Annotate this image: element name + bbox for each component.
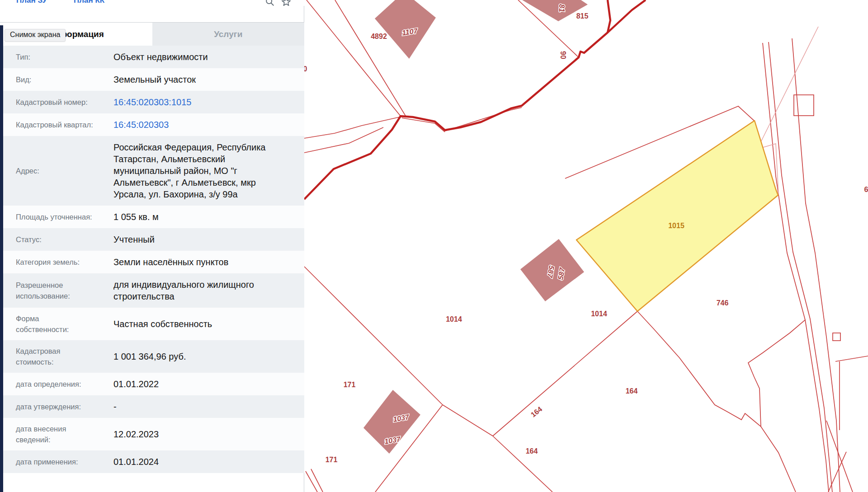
- parcel-label: 815: [576, 12, 589, 20]
- row-value: 12.02.2023: [113, 428, 267, 440]
- info-row: Вид:Земельный участок: [3, 68, 304, 91]
- row-label: Адрес:: [16, 165, 94, 176]
- row-value: Российская Федерация, Республика Татарст…: [113, 141, 267, 200]
- parcel-label: 164: [526, 447, 538, 455]
- parcel-label: 171: [344, 381, 356, 389]
- parcel-label: 81: [558, 4, 566, 12]
- info-row: Статус:Учтенный: [3, 228, 304, 251]
- info-panel: План ЗУ План КК Информация Услуги Тип:Об…: [0, 0, 304, 492]
- row-value: Объект недвижимости: [113, 51, 267, 63]
- row-value: 01.01.2024: [113, 456, 267, 468]
- plan-kk-link[interactable]: План КК: [74, 0, 104, 5]
- parcel-label: 4892: [371, 33, 387, 40]
- info-row: дата применения:01.01.2024: [3, 450, 304, 473]
- screenshot-tooltip: Снимок экрана: [5, 29, 66, 42]
- parcel-label: 746: [717, 299, 729, 307]
- row-value: 1 001 364,96 руб.: [113, 351, 267, 362]
- row-label: Кадастровый номер:: [16, 97, 94, 108]
- info-row: Категория земель:Земли населённых пункто…: [3, 251, 304, 273]
- quarter-boundary: [304, 0, 646, 199]
- row-value-link[interactable]: 16:45:020303:1015: [113, 96, 267, 108]
- row-value: 01.01.2022: [113, 378, 267, 390]
- row-label: Площадь уточненная:: [16, 211, 94, 222]
- info-row: Разрешенное использование:для индивидуал…: [3, 273, 304, 308]
- info-row: Форма собственности:Частная собственност…: [3, 308, 304, 340]
- parcel-label: 171: [326, 456, 338, 464]
- row-value: 1 055 кв. м: [113, 211, 267, 223]
- property-details: Тип:Объект недвижимостиВид:Земельный уча…: [3, 46, 304, 473]
- info-row: дата определения:01.01.2022: [3, 373, 304, 395]
- row-value: Земельный участок: [113, 74, 267, 85]
- parcel-label: 164: [529, 405, 544, 419]
- row-value: Учтенный: [113, 234, 267, 245]
- row-label: дата определения:: [16, 379, 94, 389]
- info-row: дата утверждения:-: [3, 395, 304, 418]
- info-row: Кадастровый номер:16:45:020303:1015: [3, 91, 304, 113]
- info-row: Кадастровая стоимость:1 001 364,96 руб.: [3, 340, 304, 373]
- selected-parcel-label: 1015: [668, 222, 684, 230]
- row-value: для индивидуального жилищного строительс…: [113, 279, 267, 302]
- plan-zu-link[interactable]: План ЗУ: [16, 0, 47, 5]
- row-value-link[interactable]: 16:45:020303: [113, 119, 267, 131]
- parcel-label: 6: [864, 186, 868, 193]
- row-label: Форма собственности:: [16, 313, 94, 335]
- parcel-label: 90: [559, 51, 567, 59]
- row-label: дата внесения сведений:: [16, 423, 94, 445]
- row-label: Тип:: [16, 52, 94, 62]
- row-label: Кадастровая стоимость:: [16, 346, 94, 367]
- row-label: Категория земель:: [16, 257, 94, 267]
- row-value: Земли населённых пунктов: [113, 256, 267, 268]
- info-row: Кадастровый квартал:16:45:020303: [3, 113, 304, 136]
- row-label: Разрешенное использование:: [16, 280, 94, 301]
- info-row: Адрес:Российская Федерация, Республика Т…: [3, 136, 304, 206]
- row-value: -: [113, 401, 267, 412]
- row-label: Кадастровый квартал:: [16, 119, 94, 130]
- parcel-label: 164: [626, 387, 638, 395]
- info-row: Тип:Объект недвижимости: [3, 46, 304, 68]
- selected-parcel-1015[interactable]: [576, 121, 778, 311]
- plan-links-row: План ЗУ План КК: [0, 0, 304, 6]
- screen: 0489211078181590101558758710141014746171…: [0, 0, 868, 492]
- row-label: Вид:: [16, 74, 94, 85]
- row-value: Частная собственность: [113, 318, 267, 330]
- row-label: дата применения:: [16, 456, 94, 467]
- parcel-label: 1014: [591, 310, 607, 318]
- row-label: дата утверждения:: [16, 401, 94, 412]
- parcel-label: 1014: [446, 315, 462, 323]
- search-icon[interactable]: [265, 0, 275, 6]
- buildings: [363, 0, 588, 454]
- info-row: дата внесения сведений:12.02.2023: [3, 418, 304, 450]
- tab-services[interactable]: Услуги: [152, 23, 305, 46]
- sidebar-edge-strip: [0, 25, 3, 492]
- star-icon[interactable]: [281, 0, 291, 6]
- info-row: Площадь уточненная:1 055 кв. м: [3, 206, 304, 228]
- row-label: Статус:: [16, 234, 94, 245]
